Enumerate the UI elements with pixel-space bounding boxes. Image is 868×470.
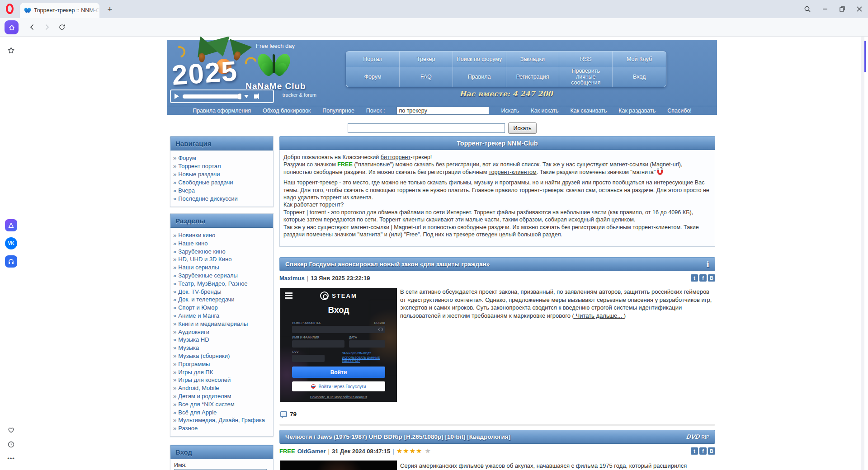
menu-item[interactable]: Мой Клуб	[613, 52, 666, 67]
post-title[interactable]: Челюсти / Jaws (1975-1987) UHD BDRip [H.…	[285, 430, 510, 444]
header-nav-link[interactable]: Как скачивать	[570, 108, 607, 114]
menu-item[interactable]: Трекер	[400, 52, 453, 67]
chevron-down-icon[interactable]	[244, 95, 249, 98]
post-title[interactable]: Спикер Госдумы анонсировал новый закон «…	[285, 258, 490, 271]
sidebar-link[interactable]: »Вчера	[173, 187, 270, 195]
menu-item[interactable]: Закладки	[506, 52, 560, 67]
sidebar-link[interactable]: »Музыка HD	[173, 336, 270, 344]
vk-messenger-icon[interactable]: VK	[0, 237, 22, 249]
sidebar-link[interactable]: »Наши сериалы	[173, 263, 270, 272]
menu-item[interactable]: Регистрация	[506, 67, 560, 87]
menu-item[interactable]: Поиск по форуму	[453, 52, 506, 67]
info-icon[interactable]: i	[707, 258, 709, 271]
news-post-title-bar[interactable]: Челюсти / Jaws (1975-1987) UHD BDRip [H.…	[279, 430, 715, 444]
sidebar-link[interactable]: »Книги и медиаматериалы	[173, 320, 270, 328]
menu-item[interactable]: Портал	[346, 52, 400, 67]
header-nav-link[interactable]: Правила оформления	[193, 108, 251, 114]
steam-cvv-input[interactable]	[292, 355, 325, 362]
sidebar-link[interactable]: »Мультимедиа, Дизайн, Графика	[173, 416, 270, 424]
search-icon[interactable]	[804, 5, 811, 13]
sidebar-link[interactable]: »Разное	[173, 424, 270, 432]
post-author[interactable]: OldGamer	[297, 448, 326, 455]
steam-help-link[interactable]: Помогите, я не могу войти в аккаунт	[292, 395, 385, 399]
aria-ai-icon[interactable]	[0, 219, 22, 231]
sidebar-link[interactable]: »Музыка (сборники)	[173, 352, 270, 360]
share-social-icon[interactable]: t	[691, 447, 698, 455]
menu-item[interactable]: Проверить личные сообщения	[559, 67, 613, 87]
menu-item[interactable]: Вход	[613, 67, 666, 87]
new-tab-button[interactable]: +	[104, 4, 116, 15]
share-social-icon[interactable]: f	[699, 447, 707, 455]
post-image-steam-login[interactable]: STEAM Вход НОМЕР АККАУНТАRUSHB ИМЯ И ФАМ…	[280, 288, 397, 402]
read-more-link[interactable]: ( Читать дальше... )	[572, 312, 626, 319]
sidebar-link[interactable]: »Торрент портал	[173, 162, 270, 170]
sidebar-link[interactable]: »Игры для консолей	[173, 376, 270, 384]
play-icon[interactable]	[175, 94, 179, 99]
sidebar-link[interactable]: »Док. TV-бренды	[173, 288, 270, 296]
sidebar-link[interactable]: »Все для *NIX систем	[173, 400, 270, 409]
steam-login-button[interactable]: Войти	[292, 367, 385, 378]
back-icon[interactable]	[28, 24, 36, 31]
sidebar-link[interactable]: »Новые раздачи	[173, 170, 270, 179]
sidebar-link[interactable]: »Android, Mobile	[173, 384, 270, 392]
steam-date-input[interactable]	[349, 340, 385, 348]
share-social-icon[interactable]: В	[708, 447, 715, 455]
news-post-title-bar[interactable]: Спикер Госдумы анонсировал новый закон «…	[279, 257, 715, 271]
post-author[interactable]: Maximus	[279, 275, 305, 282]
comment-count[interactable]: 79	[290, 411, 297, 418]
sidebar-link[interactable]: »Детям и родителям	[173, 392, 270, 400]
steam-passport-link[interactable]: ИСПОЛЬЗОВАТЬ ДАННЫЕ ПАСПОРТА?	[342, 356, 385, 362]
reload-icon[interactable]	[58, 24, 66, 31]
header-nav-link[interactable]: Обход блокировок	[263, 108, 311, 114]
close-icon[interactable]	[856, 6, 863, 12]
steam-name-input[interactable]	[292, 340, 344, 348]
comments-row[interactable]: 79	[280, 411, 297, 418]
browser-tab[interactable]: Торрент-трекер :: NNM-C	[20, 3, 99, 18]
share-social-icon[interactable]: t	[691, 274, 698, 282]
restore-window-icon[interactable]	[839, 6, 845, 12]
music-player-icon[interactable]	[0, 255, 22, 268]
sidebar-link[interactable]: »Аниме и Манга	[173, 312, 270, 320]
header-nav-link[interactable]: Как искать	[531, 108, 558, 114]
steam-gosuslugi-button[interactable]: Войти через Госуслуги	[292, 381, 385, 391]
sidebar-link[interactable]: »Новинки кино	[173, 231, 270, 240]
sidebar-link[interactable]: »Последние дискуссии	[173, 195, 270, 203]
sidebar-link[interactable]: »Зарубежное кино	[173, 248, 270, 256]
sidebar-link[interactable]: »Наше кино	[173, 240, 270, 248]
share-social-icon[interactable]: В	[708, 274, 715, 282]
tracker-search-input[interactable]	[396, 107, 489, 115]
volume-icon[interactable]	[254, 94, 257, 99]
player-progress-bar[interactable]	[183, 94, 241, 99]
header-nav-link[interactable]: Спасибо!	[667, 108, 692, 114]
forward-icon[interactable]	[43, 24, 51, 31]
sidebar-link[interactable]: »Док. и телепередачи	[173, 296, 270, 304]
sidebar-link[interactable]: »Аудиокниги	[173, 328, 270, 336]
bookmarks-star-icon[interactable]	[0, 47, 22, 54]
sidebar-link[interactable]: »Спорт и Юмор	[173, 304, 270, 312]
torrent-client-link[interactable]: торрент-клиентом	[489, 169, 537, 175]
sidebar-link[interactable]: »HD, UHD и 3D Кино	[173, 255, 270, 263]
share-social-icon[interactable]: f	[699, 274, 707, 282]
page-search-button[interactable]: Искать	[508, 122, 537, 134]
minimize-icon[interactable]	[822, 6, 828, 12]
workspace-home-button[interactable]	[5, 20, 19, 34]
opera-logo[interactable]	[6, 4, 14, 14]
sidebar-link[interactable]: »Свободные раздачи	[173, 179, 270, 187]
sidebar-link[interactable]: »Всё для Apple	[173, 409, 270, 417]
sidebar-link[interactable]: »Музыка	[173, 344, 270, 352]
page-search-input[interactable]	[348, 123, 505, 133]
sidebar-link[interactable]: »Театр, МузВидео, Разное	[173, 280, 270, 288]
bittorrent-link[interactable]: битторрент	[381, 154, 410, 160]
sidebar-link[interactable]: »Программы	[173, 360, 270, 368]
page-scrollbar[interactable]	[861, 37, 864, 470]
steam-forgot-link[interactable]: ЗАБЫЛ(И) PIN-КОД?	[342, 352, 385, 355]
history-clock-icon[interactable]	[0, 441, 22, 448]
menu-item[interactable]: Форум	[346, 67, 400, 87]
menu-item[interactable]: FAQ	[400, 67, 453, 87]
header-search-button[interactable]: Искать	[501, 108, 519, 114]
sidebar-link[interactable]: »Игры для ПК	[173, 368, 270, 376]
menu-item[interactable]: RSS	[559, 52, 613, 67]
post-image-jaws[interactable]	[280, 461, 397, 470]
menu-item[interactable]: Правила	[453, 67, 506, 87]
sidebar-link[interactable]: »Зарубежные сериалы	[173, 272, 270, 280]
